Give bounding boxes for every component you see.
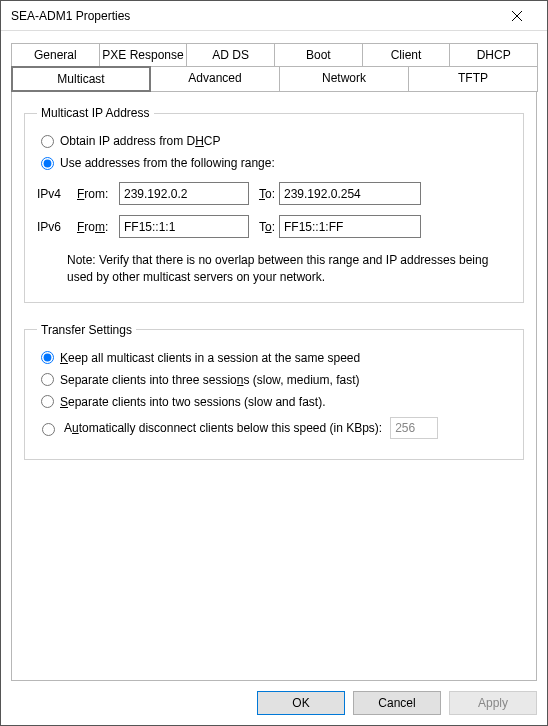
kbps-input	[390, 417, 438, 439]
overlap-note: Note: Verify that there is no overlap be…	[67, 252, 507, 286]
apply-button: Apply	[449, 691, 537, 715]
tab-general[interactable]: General	[11, 43, 100, 67]
tab-tftp[interactable]: TFTP	[408, 66, 538, 92]
radio-three-sessions-label: Separate clients into three sessions (sl…	[60, 373, 359, 387]
radio-obtain-dhcp-label: Obtain IP address from DHCP	[60, 134, 221, 148]
radio-obtain-dhcp[interactable]	[41, 135, 54, 148]
tab-content: Multicast IP Address Obtain IP address f…	[11, 91, 537, 681]
ipv6-from-input[interactable]	[119, 215, 249, 238]
radio-use-range-label: Use addresses from the following range:	[60, 156, 275, 170]
ipv6-to-input[interactable]	[279, 215, 421, 238]
transfer-settings-legend: Transfer Settings	[37, 323, 136, 337]
tab-client[interactable]: Client	[362, 43, 451, 67]
dialog-buttonbar: OK Cancel Apply	[1, 681, 547, 725]
ipv4-to-input[interactable]	[279, 182, 421, 205]
tab-advanced[interactable]: Advanced	[150, 66, 280, 92]
ipv4-from-label: From:	[77, 187, 119, 201]
ipv4-from-input[interactable]	[119, 182, 249, 205]
tab-network[interactable]: Network	[279, 66, 409, 92]
radio-auto-disconnect-label: Automatically disconnect clients below t…	[64, 421, 382, 435]
tab-boot[interactable]: Boot	[274, 43, 363, 67]
transfer-settings-group: Transfer Settings Keep all multicast cli…	[24, 323, 524, 460]
ipv4-to-label: To:	[249, 187, 279, 201]
tabstrip: General PXE Response AD DS Boot Client D…	[11, 43, 537, 91]
ipv6-from-label: From:	[77, 220, 119, 234]
ok-button[interactable]: OK	[257, 691, 345, 715]
radio-keep-same-speed[interactable]	[41, 351, 54, 364]
tab-multicast[interactable]: Multicast	[11, 66, 151, 92]
ipv4-label: IPv4	[37, 187, 77, 201]
radio-three-sessions[interactable]	[41, 373, 54, 386]
radio-keep-same-speed-label: Keep all multicast clients in a session …	[60, 351, 360, 365]
ipv6-label: IPv6	[37, 220, 77, 234]
titlebar: SEA-ADM1 Properties	[1, 1, 547, 31]
tab-dhcp[interactable]: DHCP	[449, 43, 538, 67]
window-title: SEA-ADM1 Properties	[11, 9, 497, 23]
ipv6-to-label: To:	[249, 220, 279, 234]
tab-pxe-response[interactable]: PXE Response	[99, 43, 188, 67]
radio-two-sessions-label: Separate clients into two sessions (slow…	[60, 395, 325, 409]
radio-auto-disconnect[interactable]	[42, 423, 55, 436]
close-icon	[512, 11, 522, 21]
multicast-ip-group: Multicast IP Address Obtain IP address f…	[24, 106, 524, 303]
cancel-button[interactable]: Cancel	[353, 691, 441, 715]
radio-two-sessions[interactable]	[41, 395, 54, 408]
radio-use-range[interactable]	[41, 157, 54, 170]
multicast-ip-legend: Multicast IP Address	[37, 106, 154, 120]
close-button[interactable]	[497, 2, 537, 30]
tab-ad-ds[interactable]: AD DS	[186, 43, 275, 67]
